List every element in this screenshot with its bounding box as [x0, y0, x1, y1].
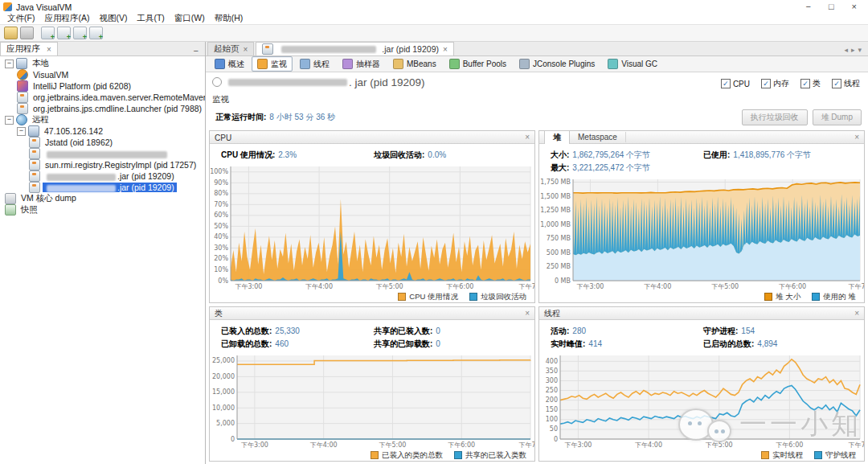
tree-item-org.jetbrains.jps.cmdline.launcher-pid-7988-[interactable]: org.jetbrains.jps.cmdline.Launcher (pid … — [0, 103, 205, 114]
close-icon[interactable]: × — [525, 133, 530, 142]
subtab-概述[interactable]: 概述 — [209, 56, 250, 72]
subtab-线程[interactable]: 线程 — [294, 56, 335, 72]
stat-row: 实时峰值:414 — [551, 339, 703, 350]
add-vm-coredump-icon[interactable] — [73, 27, 87, 39]
collapse-sidebar-button[interactable]: − — [187, 46, 205, 55]
checkbox-线程[interactable]: ✓线程 — [832, 78, 860, 89]
close-icon[interactable]: × — [854, 133, 859, 142]
expander-icon[interactable]: − — [17, 127, 26, 136]
legend-swatch — [371, 451, 379, 459]
tree-item-47.105.126.142[interactable]: −47.105.126.142 — [0, 125, 205, 137]
add-snapshot-icon[interactable] — [89, 27, 103, 39]
tree-item-sun.rmi.registry.registryimpl-pid-17257-[interactable]: sun.rmi.registry.RegistryImpl (pid 17257… — [0, 159, 205, 170]
threads-chart-legend: 实时线程守护线程 — [539, 450, 864, 461]
stat-label: 大小: — [551, 150, 569, 159]
redacted-app-name — [228, 79, 347, 86]
menu-item-2[interactable]: 视图(V) — [95, 12, 131, 25]
subtab-visual-gc[interactable]: Visual GC — [602, 57, 663, 72]
scroll-right-icon[interactable]: ▸ — [851, 46, 855, 54]
save-icon[interactable] — [20, 27, 34, 39]
stat-label: 实时峰值: — [551, 339, 585, 348]
legend-item: 使用的 堆 — [812, 292, 856, 302]
checkbox-cpu[interactable]: ✓CPU — [721, 79, 750, 88]
tree-item-label: IntelliJ Platform (pid 6208) — [31, 81, 133, 91]
close-button[interactable]: × — [852, 2, 857, 12]
tree-item-label — [43, 149, 171, 158]
svg-text:下午7:0: 下午7:0 — [519, 283, 534, 290]
tree-item-visualvm[interactable]: VisualVM — [0, 69, 205, 80]
menu-item-0[interactable]: 文件(F) — [3, 12, 39, 25]
heap-panel-header: 堆 Metaspace × — [539, 131, 864, 144]
tree-item--[interactable]: −本地 — [0, 58, 205, 69]
add-jmx-connection-icon[interactable] — [57, 27, 71, 39]
cpu-panel-title: CPU — [215, 133, 231, 142]
stat-value: 154 — [741, 326, 755, 335]
tree-item-vm-dump[interactable]: VM 核心 dump — [0, 193, 205, 204]
document-tab-0[interactable]: 起始页× — [207, 42, 254, 55]
minimize-button[interactable]: − — [805, 2, 810, 12]
classes-chart-legend: 已装入的类的总数共享的已装入类数 — [210, 450, 534, 461]
heap-tab[interactable]: 堆 — [544, 130, 570, 144]
redacted-text — [47, 174, 116, 181]
legend-swatch — [469, 293, 477, 301]
stat-row: 已装入的总数:25,330 — [221, 326, 374, 337]
heap-dump-button[interactable]: 堆 Dump — [813, 109, 862, 125]
add-application-icon[interactable] — [41, 27, 55, 39]
menu-item-3[interactable]: 工具(T) — [133, 12, 168, 25]
tree-item--[interactable]: −远程 — [0, 114, 205, 125]
tree-item--[interactable]: 快照 — [0, 204, 205, 216]
document-tab-1[interactable]: .jar (pid 19209)× — [256, 42, 453, 55]
close-icon[interactable]: × — [525, 309, 530, 318]
svg-text:20,000: 20,000 — [212, 373, 235, 380]
checkbox-内存[interactable]: ✓内存 — [761, 78, 789, 89]
classes-chart: 05,00010,00015,00020,00025,000下午3:00下午4:… — [210, 351, 534, 450]
stat-value: 0.0% — [428, 150, 446, 159]
menu-item-4[interactable]: 窗口(W) — [170, 12, 209, 25]
subtab-buffer-pools[interactable]: Buffer Pools — [444, 57, 512, 72]
svg-text:下午4:00: 下午4:00 — [635, 441, 662, 449]
subtab-mbeans[interactable]: MBeans — [387, 57, 442, 72]
menu-item-1[interactable]: 应用程序(A) — [40, 12, 93, 25]
threads-panel-header: 线程 × — [539, 307, 864, 320]
menu-item-5[interactable]: 帮助(H) — [211, 12, 248, 25]
close-icon[interactable]: × — [443, 45, 448, 54]
stat-value: 1,862,795,264 个字节 — [572, 150, 650, 159]
subtab-label: MBeans — [407, 60, 436, 68]
legend-swatch — [454, 451, 462, 459]
svg-text:20%: 20% — [214, 255, 228, 262]
tree-item-intellij-platform-pid-6208-[interactable]: IntelliJ Platform (pid 6208) — [0, 80, 205, 92]
applications-tab[interactable]: 应用程序 × — [0, 42, 58, 55]
redacted-text — [281, 46, 376, 53]
checkbox-类[interactable]: ✓类 — [800, 78, 821, 89]
svg-text:50%: 50% — [214, 223, 228, 230]
subtab-jconsole-plugins[interactable]: JConsole Plugins — [514, 57, 600, 72]
checkbox-icon: ✓ — [761, 79, 771, 88]
close-icon[interactable]: × — [47, 45, 51, 54]
expander-icon[interactable]: − — [5, 116, 14, 125]
svg-text:30%: 30% — [214, 244, 228, 252]
perform-gc-button[interactable]: 执行垃圾回收 — [742, 109, 808, 125]
svg-text:下午6:00: 下午6:00 — [776, 441, 803, 449]
tab-list-icon[interactable]: ▾ — [858, 46, 862, 54]
open-snapshot-icon[interactable] — [4, 27, 18, 39]
metaspace-tab[interactable]: Metaspace — [570, 132, 626, 142]
maximize-button[interactable]: □ — [829, 2, 834, 12]
tree-item-org.jetbrains.idea.maven.server.remotemavenserver36-pid-16344-[interactable]: org.jetbrains.idea.maven.server.RemoteMa… — [0, 92, 205, 103]
tree-item-jstatd-oid-18962-[interactable]: Jstatd (oid 18962) — [0, 137, 205, 148]
svg-text:90%: 90% — [214, 179, 228, 187]
expander-icon[interactable]: − — [5, 60, 14, 68]
subtab-抽样器[interactable]: 抽样器 — [337, 56, 386, 72]
sidebar-header: 应用程序 × − — [0, 42, 205, 56]
close-icon[interactable]: × — [854, 309, 859, 318]
scroll-left-icon[interactable]: ◂ — [844, 46, 848, 54]
stat-row: 大小:1,862,795,264 个字节 — [551, 150, 703, 161]
status-radio-icon — [212, 77, 222, 87]
close-icon[interactable]: × — [244, 45, 248, 54]
stat-value: 414 — [588, 339, 602, 348]
subtab-监视[interactable]: 监视 — [252, 56, 293, 72]
heap-stats: 大小:1,862,795,264 个字节最大:3,221,225,472 个字节… — [539, 144, 864, 175]
svg-text:0%: 0% — [218, 277, 228, 285]
tree-item-.jar-pid-19209-[interactable]: .jar (pid 19209) — [0, 170, 205, 182]
tree-item-.jar-pid-19209-[interactable]: .jar (pid 19209) — [0, 182, 205, 193]
tree-item-redacted-8[interactable] — [0, 148, 205, 159]
